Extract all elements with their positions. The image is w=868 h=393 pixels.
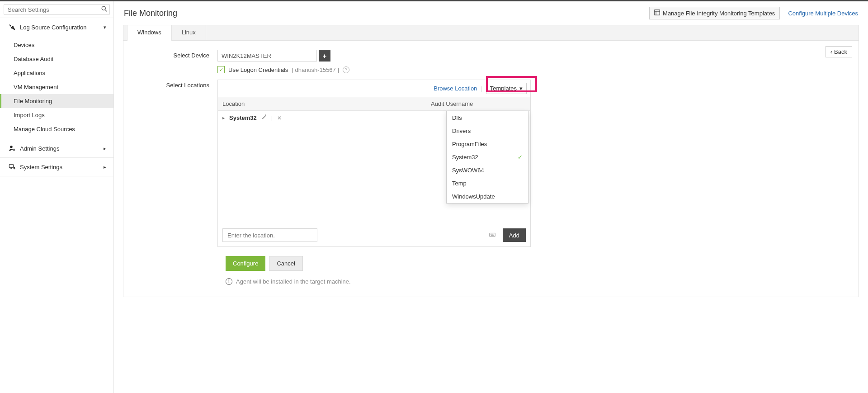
sidebar-items-log-source: Devices Database Audit Applications VM M…: [0, 36, 113, 139]
plus-icon: +: [323, 52, 327, 60]
search-icon[interactable]: [101, 6, 107, 13]
check-icon: ✓: [219, 67, 223, 73]
locations-body: ▸ System32 | ✕ Dl: [218, 111, 530, 224]
separator: |: [481, 85, 482, 92]
template-option-drivers[interactable]: Drivers: [447, 124, 528, 137]
sidebar-header-system[interactable]: System Settings ▸: [0, 158, 113, 176]
row-select-locations: Select Locations Browse Location | Templ…: [132, 80, 850, 247]
search-input[interactable]: [4, 4, 110, 15]
use-logon-checkbox[interactable]: ✓: [217, 66, 225, 73]
browse-location-link[interactable]: Browse Location: [434, 85, 477, 92]
content-box: Windows Linux ‹ Back Select Device +: [123, 25, 859, 297]
sidebar-header-admin-label: Admin Settings: [20, 145, 104, 152]
locations-header: Location Audit Username: [218, 97, 530, 111]
close-icon[interactable]: ✕: [277, 115, 282, 121]
chevron-left-icon: ‹: [830, 48, 832, 55]
info-icon: !: [226, 278, 232, 285]
templates-label: Templates: [490, 85, 517, 92]
manage-templates-label: Manage File Integrity Monitoring Templat…: [663, 10, 775, 17]
templates-dropdown: Dlls Drivers ProgramFiles System32✓ SysW…: [446, 111, 528, 204]
svg-rect-11: [490, 233, 495, 237]
sidebar-section-log-source: Log Source Configuration ▾ Devices Datab…: [0, 18, 113, 139]
col-audit-username: Audit Username: [426, 97, 530, 110]
logon-user: [ dhanush-15567 ]: [292, 66, 339, 73]
app-container: Log Source Configuration ▾ Devices Datab…: [0, 1, 868, 393]
svg-rect-4: [9, 165, 13, 168]
svg-point-0: [102, 6, 105, 10]
template-option-system32[interactable]: System32✓: [447, 151, 528, 164]
svg-point-14: [492, 234, 493, 234]
add-device-button[interactable]: +: [319, 50, 330, 62]
sidebar-header-admin[interactable]: Admin Settings ▸: [0, 139, 113, 157]
tab-content: ‹ Back Select Device +: [123, 41, 859, 297]
templates-dropdown-button[interactable]: Templates ▾: [486, 83, 527, 94]
template-option-windowsupdate[interactable]: WindowsUpdate: [447, 190, 528, 203]
sidebar-item-devices[interactable]: Devices: [0, 38, 113, 52]
configure-button[interactable]: Configure: [226, 256, 265, 271]
svg-point-12: [491, 234, 491, 234]
sidebar-item-file-monitoring[interactable]: File Monitoring: [0, 94, 113, 108]
monitor-gear-icon: [7, 163, 17, 170]
use-logon-label: Use Logon Credentials: [228, 66, 288, 73]
device-input[interactable]: [217, 50, 317, 62]
wrench-icon: [7, 24, 17, 31]
template-option-temp[interactable]: Temp: [447, 177, 528, 190]
template-option-syswow64[interactable]: SysWOW64: [447, 164, 528, 177]
locations-footer: Add: [218, 224, 530, 246]
row-select-device: Select Device + ✓ Use Logon C: [132, 50, 850, 73]
main: File Monitoring Manage File Integrity Mo…: [114, 1, 868, 393]
action-row: Configure Cancel: [226, 256, 850, 271]
locations-toolbar: Browse Location | Templates ▾: [218, 80, 530, 97]
header-actions: Manage File Integrity Monitoring Templat…: [649, 7, 858, 19]
back-button[interactable]: ‹ Back: [826, 46, 852, 57]
cancel-button[interactable]: Cancel: [269, 256, 302, 271]
template-icon: [654, 9, 660, 17]
svg-line-1: [105, 10, 107, 12]
tab-windows[interactable]: Windows: [127, 25, 172, 41]
location-input[interactable]: [222, 228, 317, 242]
sidebar-item-manage-cloud-sources[interactable]: Manage Cloud Sources: [0, 122, 113, 136]
sidebar-item-database-audit[interactable]: Database Audit: [0, 52, 113, 66]
template-option-dlls[interactable]: Dlls: [447, 111, 528, 124]
chevron-down-icon: ▾: [104, 24, 106, 30]
svg-point-13: [491, 234, 492, 234]
sidebar-item-import-logs[interactable]: Import Logs: [0, 108, 113, 122]
sidebar-header-log-source[interactable]: Log Source Configuration ▾: [0, 18, 113, 36]
location-name: System32: [229, 114, 257, 121]
edit-icon[interactable]: [261, 114, 267, 121]
sidebar-header-label: Log Source Configuration: [20, 24, 104, 31]
sidebar-section-system: System Settings ▸: [0, 158, 113, 176]
svg-point-7: [14, 167, 15, 169]
svg-point-2: [10, 146, 12, 148]
template-option-programfiles[interactable]: ProgramFiles: [447, 137, 528, 151]
logon-credentials-row: ✓ Use Logon Credentials [ dhanush-15567 …: [217, 66, 850, 73]
tab-linux[interactable]: Linux: [172, 25, 206, 40]
page-title: File Monitoring: [124, 9, 177, 18]
note-row: ! Agent will be installed in the target …: [226, 278, 850, 285]
sidebar-item-vm-management[interactable]: VM Management: [0, 80, 113, 94]
sidebar-section-admin: Admin Settings ▸: [0, 139, 113, 158]
keyboard-icon[interactable]: [489, 232, 495, 239]
sidebar-header-system-label: System Settings: [20, 164, 104, 170]
chevron-right-icon: ▸: [104, 146, 106, 152]
caret-down-icon: ▾: [519, 85, 523, 92]
note-text: Agent will be installed in the target ma…: [236, 278, 351, 285]
label-select-locations: Select Locations: [132, 80, 217, 89]
svg-rect-8: [655, 10, 660, 15]
check-icon: ✓: [518, 154, 523, 161]
label-select-device: Select Device: [132, 50, 217, 59]
chevron-right-icon: ▸: [104, 164, 106, 170]
configure-multiple-link[interactable]: Configure Multiple Devices: [788, 10, 858, 17]
help-icon[interactable]: ?: [343, 66, 349, 73]
sidebar: Log Source Configuration ▾ Devices Datab…: [0, 1, 114, 393]
expand-caret-icon[interactable]: ▸: [222, 115, 225, 120]
user-gear-icon: [7, 145, 17, 152]
col-location: Location: [218, 97, 426, 110]
sidebar-item-applications[interactable]: Applications: [0, 66, 113, 80]
search-wrap: [0, 1, 113, 18]
separator: |: [271, 114, 273, 121]
back-label: Back: [834, 48, 847, 55]
svg-point-15: [494, 234, 494, 234]
manage-templates-button[interactable]: Manage File Integrity Monitoring Templat…: [649, 7, 780, 19]
add-location-button[interactable]: Add: [503, 228, 526, 242]
